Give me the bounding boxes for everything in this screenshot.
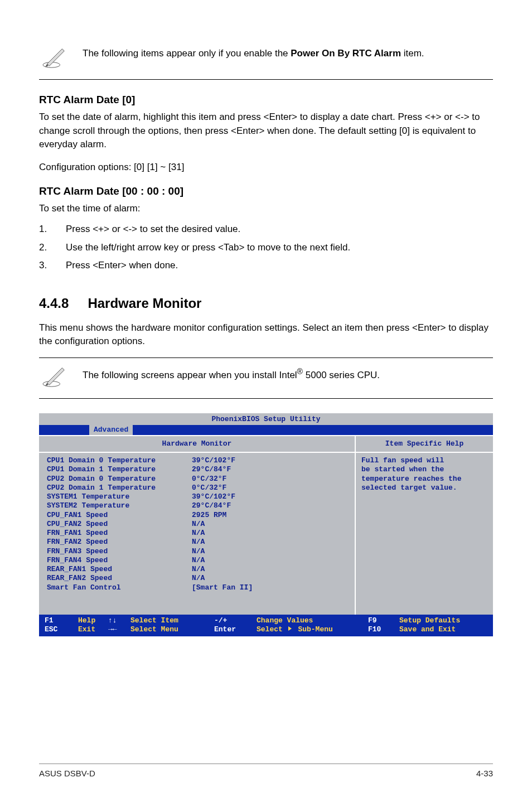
para-set-time-intro: To set the time of alarm: [39,202,493,216]
section-header: 4.4.8 Hardware Monitor [39,294,493,313]
triangle-right-icon [288,626,292,631]
footer-right: 4-33 [476,767,493,780]
step-text: Use the left/right arrow key or press <T… [66,241,350,255]
key-esc: ESC [45,625,78,634]
section-number: 4.4.8 [39,294,69,313]
lbl-select-submenu: Select Sub-Menu [257,625,368,634]
bios-footer: F1 ESC Help Exit ↑↓ →← Select Item Selec… [39,615,493,637]
setting-label: CPU2 Domain 0 Temperature [47,475,192,484]
lbl-exit: Exit [78,625,108,634]
bios-screen: PhoenixBIOS Setup Utility Advanced Hardw… [39,413,493,637]
help-line: temperature reaches the [361,475,487,484]
lbl-save-exit: Save and Exit [399,625,487,634]
note-2-reg: ® [297,367,303,376]
setting-label: REAR_FAN1 Speed [47,565,192,574]
setting-value: [Smart Fan II] [192,583,253,592]
setting-value: N/A [192,547,205,556]
bios-settings-list: CPU1 Domain 0 Temperature39°C/102°F CPU1… [39,453,355,615]
step-number: 3. [39,259,50,273]
key-enter: Enter [214,625,257,634]
bios-title: PhoenixBIOS Setup Utility [39,413,493,425]
lbl-change-values: Change Values [257,616,368,625]
setting-value: N/A [192,529,205,538]
list-item: 1.Press <+> or <-> to set the desired va… [39,220,493,239]
setting-label: CPU2 Domain 1 Temperature [47,484,192,492]
table-row[interactable]: CPU1 Domain 0 Temperature39°C/102°F [47,456,350,465]
setting-value: N/A [192,574,205,583]
setting-value: 0°C/32°F [192,484,226,492]
setting-value: 29°C/84°F [192,501,231,510]
setting-value: 2925 RPM [192,511,226,520]
note-2-text-a: The following screens appear when you in… [83,370,297,380]
setting-label: CPU1 Domain 0 Temperature [47,456,192,465]
setting-value: 29°C/84°F [192,465,231,474]
steps-list: 1.Press <+> or <-> to set the desired va… [39,220,493,275]
table-row[interactable]: REAR_FAN2 SpeedN/A [47,574,350,583]
table-row[interactable]: SYSTEM1 Temperature39°C/102°F [47,492,350,501]
key-updown: ↑↓ [108,616,130,625]
bios-left-header: Hardware Monitor [39,436,355,453]
setting-value: 39°C/102°F [192,456,235,465]
bios-tab-bar[interactable]: Advanced [39,425,493,435]
note-2-text-c: 5000 series CPU. [303,370,380,380]
setting-label: FRN_FAN4 Speed [47,556,192,565]
setting-value: 0°C/32°F [192,475,226,484]
note-1-text-a: The following items appear only if you e… [83,48,291,59]
list-item: 3.Press <Enter> when done. [39,257,493,275]
tab-advanced[interactable]: Advanced [89,425,133,435]
table-row[interactable]: CPU_FAN1 Speed2925 RPM [47,511,350,520]
bios-right-header: Item Specific Help [356,436,493,453]
setting-label: CPU_FAN1 Speed [47,511,192,520]
setting-label: SYSTEM2 Temperature [47,501,192,510]
help-line: selected target value. [361,484,487,492]
table-row[interactable]: FRN_FAN3 SpeedN/A [47,547,350,556]
setting-label: FRN_FAN3 Speed [47,547,192,556]
lbl-help: Help [78,616,108,625]
setting-label: FRN_FAN1 Speed [47,529,192,538]
table-row[interactable]: SYSTEM2 Temperature29°C/84°F [47,501,350,510]
setting-label: REAR_FAN2 Speed [47,574,192,583]
para-hardware-monitor: This menu shows the hardware monitor con… [39,321,493,349]
table-row[interactable]: CPU_FAN2 SpeedN/A [47,520,350,529]
bios-help-text: Full fan speed will be started when the … [356,453,493,496]
setting-value: N/A [192,565,205,574]
list-item: 2.Use the left/right arrow key or press … [39,239,493,257]
pencil-note-icon [42,363,67,393]
table-row[interactable]: CPU1 Domain 1 Temperature29°C/84°F [47,465,350,474]
table-row[interactable]: FRN_FAN2 SpeedN/A [47,538,350,547]
heading-rtc-alarm-date-0: RTC Alarm Date [0] [39,92,493,108]
key-f10: F10 [368,625,399,634]
key-f1: F1 [45,616,78,625]
step-text: Press <Enter> when done. [66,259,178,273]
table-row[interactable]: Smart Fan Control[Smart Fan II] [47,583,350,592]
key-leftright: →← [108,625,130,634]
table-row[interactable]: FRN_FAN1 SpeedN/A [47,529,350,538]
table-row[interactable]: FRN_FAN4 SpeedN/A [47,556,350,565]
lbl-select-menu: Select Menu [130,625,214,634]
setting-label: Smart Fan Control [47,583,192,592]
pencil-note-icon [42,44,67,74]
setting-label: CPU1 Domain 1 Temperature [47,465,192,474]
step-number: 1. [39,223,50,236]
table-row[interactable]: CPU2 Domain 0 Temperature0°C/32°F [47,475,350,484]
setting-value: 39°C/102°F [192,492,235,501]
help-line: Full fan speed will [361,456,487,465]
setting-label: CPU_FAN2 Speed [47,520,192,529]
setting-value: N/A [192,538,205,547]
lbl-select-item: Select Item [130,616,214,625]
table-row[interactable]: CPU2 Domain 1 Temperature0°C/32°F [47,484,350,492]
help-line: be started when the [361,465,487,474]
key-plusminus: -/+ [214,616,257,625]
step-number: 2. [39,241,50,255]
setting-value: N/A [192,520,205,529]
setting-value: N/A [192,556,205,565]
para-rtc-alarm-date-0: To set the date of alarm, highlight this… [39,110,493,152]
step-text: Press <+> or <-> to set the desired valu… [66,223,240,236]
setting-label: SYSTEM1 Temperature [47,492,192,501]
note-box-2: The following screens appear when you in… [39,357,493,399]
setting-label: FRN_FAN2 Speed [47,538,192,547]
table-row[interactable]: REAR_FAN1 SpeedN/A [47,565,350,574]
page-footer: ASUS DSBV-D 4-33 [39,764,493,780]
note-box-1: The following items appear only if you e… [39,39,493,80]
section-title: Hardware Monitor [88,294,201,313]
